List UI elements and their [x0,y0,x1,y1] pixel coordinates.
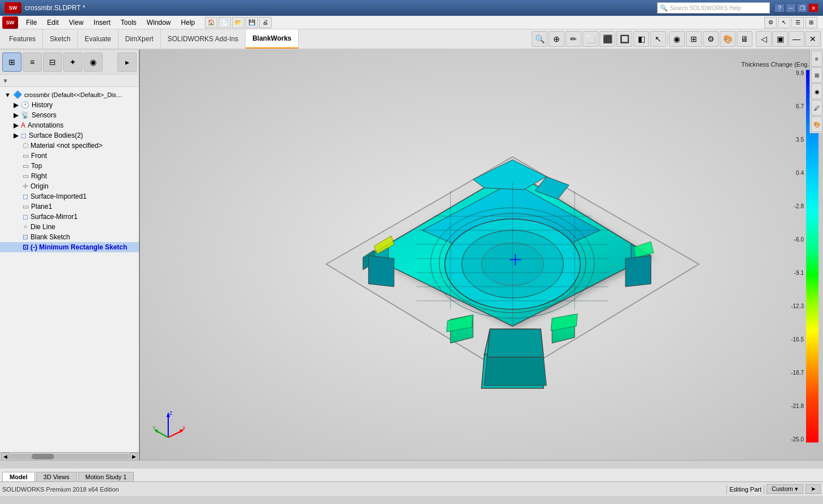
panel-expand-left[interactable]: ◁ [756,31,772,47]
toolbar-view2[interactable]: ⬛ [599,31,615,47]
tree-item-sensors[interactable]: ▶ 📡 Sensors [0,110,139,120]
right-btn-3[interactable]: ◉ [811,84,822,99]
toolbar-display1[interactable]: ◉ [669,31,685,47]
right-btn-1[interactable]: ≡ [811,51,822,67]
tree-item-die-line[interactable]: ✧ Die Line [0,222,139,232]
tab-motion-study[interactable]: Motion Study 1 [78,472,134,481]
tree-item-right[interactable]: ▭ Right [0,171,139,181]
tree-item-surface-bodies[interactable]: ▶ ◻ Surface Bodies(2) [0,130,139,141]
tab-3dviews[interactable]: 3D Views [36,472,77,481]
nav-arrow-btn[interactable]: ➤ [806,484,821,494]
menu-window[interactable]: Window [142,17,176,28]
scale-labels: 9.9 6.7 3.5 0.4 -2.8 -6.0 -9.1 -12.3 -16… [791,70,804,442]
tab-evaluate[interactable]: Evaluate [78,29,119,49]
tree-item-min-rect-sketch[interactable]: ⊡ (-) Minimum Rectangle Sketch [0,242,139,252]
search-icon: 🔍 [660,5,668,12]
toolbar-render[interactable]: 🎨 [720,31,736,47]
search-placeholder[interactable]: Search SOLIDWORKS Help [670,5,741,11]
quick-home[interactable]: 🏠 [205,17,217,28]
tab-sketch[interactable]: Sketch [43,29,78,49]
scale-label-3: 0.4 [791,170,804,176]
menu-edit[interactable]: Edit [42,17,63,28]
scale-label-2: 3.5 [791,137,804,143]
tree-label-top: Top [31,162,42,170]
tree-item-top[interactable]: ▭ Top [0,161,139,171]
panel-close[interactable]: ✕ [805,31,821,47]
right-btn-4[interactable]: 🖊 [811,100,822,116]
tab-features[interactable]: Features [2,29,43,49]
tab-addins[interactable]: SOLIDWORKS Add-Ins [161,29,246,49]
toolbar-zoom-fit[interactable]: ⊕ [549,31,564,47]
expand-icon: ▶ [14,101,19,109]
tree-item-material[interactable]: ⬡ Material <not specified> [0,141,139,151]
quick-open[interactable]: 📂 [232,17,244,28]
quick-settings[interactable]: ⚙ [764,17,777,28]
surface-bodies-icon: ◻ [21,132,27,139]
menu-insert[interactable]: Insert [89,17,115,28]
toolbar-section[interactable]: ◧ [633,31,649,47]
panel-config-tab[interactable]: ⊟ [43,52,62,72]
quick-new[interactable]: 📄 [218,17,231,28]
tree-item-blank-sketch[interactable]: ⊡ Blank Sketch [0,232,139,242]
window-restore[interactable]: ❐ [797,3,807,12]
quick-extra[interactable]: ⊞ [805,17,817,28]
scale-title: Thickness Change (Eng. %) [741,61,818,68]
toolbar-monitor[interactable]: 🖥 [737,31,752,47]
tab-blankworks[interactable]: BlankWorks [246,29,299,49]
search-bar[interactable]: 🔍 Search SOLIDWORKS Help [657,2,770,14]
toolbar-view1[interactable]: ⬜ [583,31,598,47]
window-close[interactable]: ✕ [808,3,818,12]
feature-tree-panel: ⊞ ≡ ⊟ ✦ ◉ ▸ ▼ ▼ 🔷 crossmbr (Default<<Def… [0,50,140,460]
no-expand-icon [14,162,20,170]
menu-help[interactable]: Help [177,17,200,28]
panel-more[interactable]: ▸ [117,52,137,72]
scale-label-8: -16.5 [791,336,804,343]
3d-viewport[interactable]: Thickness Change (Eng. %) 9.9 6.7 3.5 0.… [140,50,823,460]
scale-label-6: -9.1 [791,270,804,276]
toolbar-sketch-tool[interactable]: ✏ [566,31,581,47]
scroll-thumb[interactable] [32,454,54,459]
menu-tools[interactable]: Tools [116,17,141,28]
panel-feature-tab[interactable]: ⊞ [2,52,21,72]
right-btn-5[interactable]: 🎨 [811,116,822,132]
tree-item-origin[interactable]: ✛ Origin [0,181,139,191]
toolbar-settings[interactable]: ⚙ [703,31,719,47]
editing-status: Editing Part [729,486,761,493]
horizontal-scrollbar[interactable]: ◀ ▶ [0,452,139,460]
quick-save[interactable]: 💾 [246,17,258,28]
surface-imported-icon: ◻ [23,192,28,200]
no-expand-icon [14,172,20,180]
scroll-track[interactable] [9,454,130,459]
toolbar-display2[interactable]: ⊞ [686,31,702,47]
toolbar-view3[interactable]: 🔲 [616,31,632,47]
tab-model[interactable]: Model [2,472,35,481]
panel-props-tab[interactable]: ≡ [23,52,42,72]
menu-file[interactable]: File [21,17,41,28]
tree-root-item[interactable]: ▼ 🔷 crossmbr (Default<<Default>_Display … [0,89,139,100]
menu-view[interactable]: View [64,17,88,28]
mode-dropdown[interactable]: Custom ▾ [767,484,803,494]
panel-display-tab[interactable]: ✦ [63,52,82,72]
status-right: Editing Part Custom ▾ ➤ [726,484,821,494]
main-area: ⊞ ≡ ⊟ ✦ ◉ ▸ ▼ ▼ 🔷 crossmbr (Default<<Def… [0,50,823,460]
tree-item-front[interactable]: ▭ Front [0,151,139,161]
tree-item-history[interactable]: ▶ 🕐 History [0,100,139,110]
tree-item-surface-mirror[interactable]: ◻ Surface-Mirror1 [0,212,139,222]
panel-minimize[interactable]: — [789,31,804,47]
quick-select[interactable]: ↖ [778,17,790,28]
toolbar-arrow[interactable]: ↖ [650,31,666,47]
tree-item-plane1[interactable]: ▭ Plane1 [0,201,139,212]
panel-restore[interactable]: ▣ [772,31,788,47]
toolbar-zoom[interactable]: 🔍 [532,31,548,47]
tree-item-annotations[interactable]: ▶ A Annotations [0,120,139,130]
window-minimize[interactable]: ─ [786,3,796,12]
quick-options[interactable]: ☰ [791,17,804,28]
help-button[interactable]: ? [774,3,785,12]
tree-item-surface-imported[interactable]: ◻ Surface-Imported1 [0,191,139,201]
scroll-left-btn[interactable]: ◀ [1,453,9,461]
panel-appear-tab[interactable]: ◉ [84,52,103,72]
right-btn-2[interactable]: ⊞ [811,67,822,83]
tab-dimxpert[interactable]: DimXpert [119,29,161,49]
scroll-right-btn[interactable]: ▶ [130,453,138,461]
quick-print[interactable]: 🖨 [259,17,272,28]
